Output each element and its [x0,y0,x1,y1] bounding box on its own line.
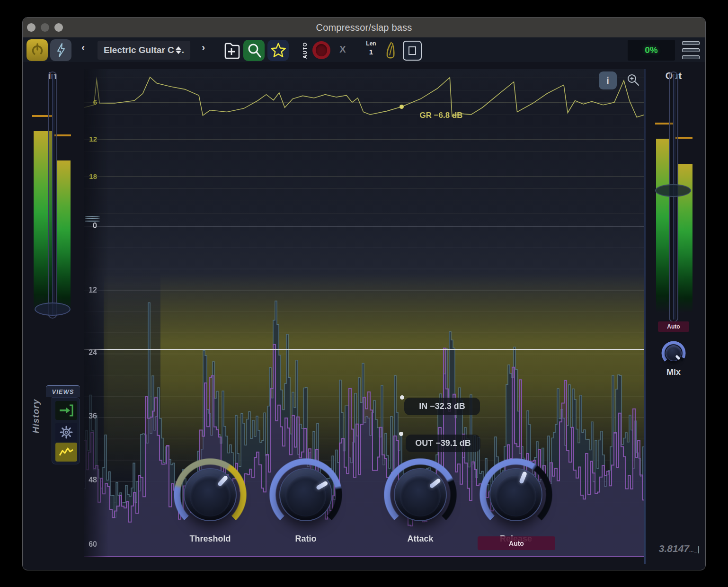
ratio-label: Ratio [263,534,348,544]
mix-knob[interactable] [661,341,686,365]
menu-bar [682,41,700,45]
star-icon [268,41,288,61]
window-title: Compressor/slap bass [23,18,705,37]
level-axis-tick: 12 [85,286,97,294]
folder-plus-icon [222,41,241,61]
len-value: 1 [361,48,382,56]
square-in-square-icon [408,46,416,55]
view-routing-button[interactable] [55,401,77,420]
len-label: Len [361,40,382,47]
section-divider-handle[interactable] [84,215,101,222]
in-gain-fader-track[interactable] [48,71,57,319]
lightning-icon [55,43,67,58]
out-meter-bar-left [656,139,669,313]
out-gain-fader-handle[interactable] [655,184,691,197]
power-icon [30,43,44,58]
gr-readout: GR −6.8 dB [396,111,486,120]
level-axis-tick: 36 [85,412,97,420]
titlebar: Compressor/slap bass [23,18,705,38]
zoom-in-button[interactable] [626,73,640,87]
in-marker-dot [400,395,404,400]
attack-knob-body [394,468,447,521]
analyzer-display[interactable]: 6 12 18 0 12 24 36 48 60 GR −6.8 dB IN −… [84,69,645,557]
record-icon [316,44,327,56]
out-fader-rod [673,74,675,320]
level-axis-tick: 60 [85,540,97,549]
mix-label: Mix [659,367,688,377]
in-fader-rod [52,74,54,316]
gr-axis-tick: 12 [85,135,97,143]
menu-button[interactable] [682,41,700,59]
clear-button[interactable]: X [337,44,349,55]
length-control[interactable]: Len 1 [361,40,382,56]
out-marker-dot [399,432,403,436]
display-right-border [644,69,646,564]
version-value: 3.8147 [659,543,689,554]
global-mix-readout[interactable]: 0% [628,40,675,61]
toolbar: ‹ Electric Guitar C . › AUTO [23,37,705,62]
waveform-icon [58,446,74,458]
magnifier-plus-icon [626,73,640,87]
search-icon [245,42,263,60]
version-suffix: …_ [689,548,698,553]
in-level-readout: IN −32.3 dB [404,398,480,415]
metronome-button[interactable] [382,40,400,61]
auto-record-toggle[interactable]: AUTO [300,39,310,61]
preset-next-button[interactable]: › [202,42,205,54]
threshold-knob-body [184,468,237,521]
preset-prev-button[interactable]: ‹ [81,42,85,54]
power-button[interactable] [27,39,48,61]
release-knob-body [489,468,542,521]
metronome-icon [383,40,399,61]
level-axis-tick: 24 [85,348,97,357]
history-label: History [31,388,42,445]
attack-label: Attack [378,534,463,544]
preset-ellipsis: . [182,45,184,55]
release-auto-badge[interactable]: Auto [478,536,555,550]
quick-compare-button[interactable] [50,39,71,61]
preset-selector[interactable]: Electric Guitar C . [98,41,190,60]
view-waveform-button[interactable] [55,443,77,462]
save-preset-button[interactable] [222,41,241,61]
ratio-knob[interactable] [269,458,343,532]
version-caret: | [698,545,700,554]
preset-search-button[interactable] [243,40,265,61]
version-number: 3.8147…_| [652,543,700,554]
preset-name: Electric Guitar C [104,45,174,55]
gr-axis-tick: 6 [85,98,97,106]
preset-updown-icon [176,46,181,54]
auto-vertical-label: AUTO [302,42,308,59]
views-tab[interactable]: VIEWS [46,385,80,397]
level-axis-tick: 48 [85,476,97,484]
out-level-readout: OUT −39.1 dB [406,435,480,452]
info-button[interactable]: i [599,71,617,89]
threshold-knob[interactable] [173,458,247,532]
gear-icon [60,426,73,439]
in-meter-bar-right [56,160,71,313]
release-knob[interactable] [479,458,553,532]
in-gain-fader-handle[interactable] [35,302,71,316]
threshold-label: Threshold [168,534,253,544]
view-settings-button[interactable] [55,423,77,442]
plugin-window: Compressor/slap bass ‹ Electric Guitar C… [22,17,706,570]
out-auto-badge[interactable]: Auto [658,321,689,332]
gr-axis-tick: 18 [85,172,97,180]
out-gain-fader-track[interactable] [669,71,678,322]
record-button[interactable] [312,41,330,59]
arrow-into-bracket-icon [58,404,74,417]
menu-bar [682,55,700,59]
level-axis-tick: 0 [85,222,97,230]
ratio-knob-body [279,468,332,521]
menu-bar [682,48,700,52]
favorite-button[interactable] [267,40,289,61]
gr-marker-dot [400,105,404,109]
window-size-button[interactable] [403,41,422,61]
waveform-canvas[interactable] [84,69,645,557]
attack-knob[interactable] [383,458,457,532]
